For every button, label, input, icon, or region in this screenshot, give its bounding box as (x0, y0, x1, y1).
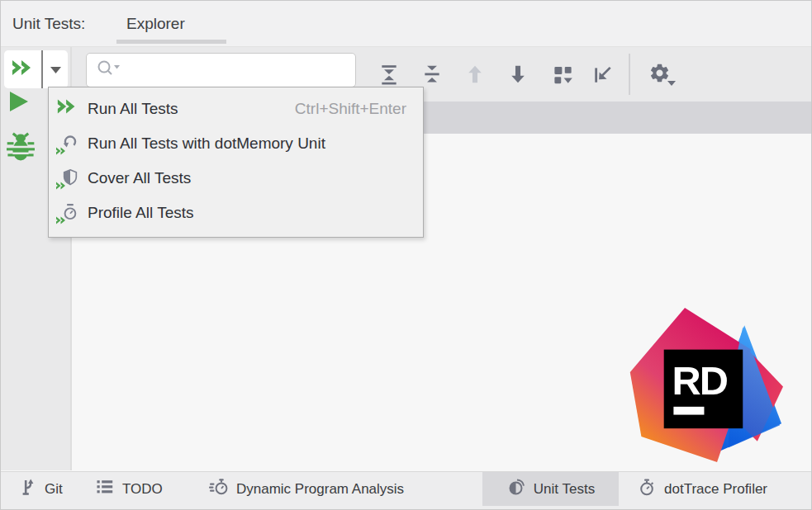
search-icon (95, 59, 121, 82)
statusbar-item-label: Dynamic Program Analysis (236, 481, 404, 498)
dotmemory-run-icon (56, 133, 79, 154)
run-options-dropdown-button[interactable] (41, 50, 68, 88)
statusbar-item-label: TODO (122, 481, 163, 498)
tab-explorer-label: Explorer (126, 15, 185, 33)
collapse-all-icon (421, 64, 443, 85)
profile-stopwatch-icon (56, 202, 79, 224)
search-box[interactable] (86, 53, 356, 87)
menu-item-run-all-tests-dotmemory[interactable]: Run All Tests with dotMemory Unit (49, 126, 423, 161)
statusbar-item-label: dotTrace Profiler (664, 481, 767, 498)
unit-tests-icon (506, 477, 526, 501)
navigate-to-lower-left-icon (592, 64, 614, 85)
menu-item-shortcut: Ctrl+Shift+Enter (295, 100, 406, 118)
statusbar-item-dynamic-program-analysis[interactable]: Dynamic Program Analysis (197, 472, 415, 506)
group-by-button[interactable] (547, 56, 578, 92)
menu-item-label: Run All Tests (88, 100, 178, 118)
menu-item-cover-all-tests[interactable]: Cover All Tests (49, 161, 423, 196)
rider-logo-text: RD (672, 358, 727, 403)
settings-button[interactable] (643, 56, 675, 92)
todo-list-icon (95, 477, 115, 501)
run-dropdown-menu: Run All Tests Ctrl+Shift+Enter Run All T… (48, 87, 424, 238)
menu-item-run-all-tests[interactable]: Run All Tests Ctrl+Shift+Enter (49, 92, 423, 126)
chevron-down-icon (50, 62, 61, 77)
previous-occurrence-button[interactable] (459, 56, 491, 92)
arrow-down-icon (507, 64, 529, 85)
gear-icon (648, 62, 671, 87)
statusbar-item-git[interactable]: Git (7, 472, 74, 506)
tab-selected-underline (116, 40, 226, 44)
dottrace-stopwatch-icon (637, 477, 657, 501)
toolbar-separator (629, 54, 630, 95)
run-all-tests-button[interactable] (4, 50, 41, 88)
git-branch-icon (19, 477, 37, 501)
unit-tests-tool-window: Unit Tests: Explorer (0, 0, 812, 510)
expand-all-icon (378, 64, 400, 85)
statusbar-item-todo[interactable]: TODO (83, 472, 174, 506)
debug-button[interactable] (7, 131, 35, 166)
menu-item-label: Cover All Tests (88, 169, 191, 187)
statusbar-item-dottrace-profiler[interactable]: dotTrace Profiler (625, 472, 779, 506)
next-occurrence-button[interactable] (502, 56, 534, 92)
statusbar-item-label: Git (45, 481, 63, 498)
dpa-stopwatch-icon (209, 477, 229, 501)
menu-item-label: Profile All Tests (88, 204, 193, 222)
cover-shield-icon (56, 168, 79, 189)
play-icon (8, 102, 30, 116)
bug-icon (7, 151, 35, 165)
menu-item-profile-all-tests[interactable]: Profile All Tests (49, 196, 423, 230)
group-by-icon (552, 64, 574, 86)
navigate-with-single-click-button[interactable] (587, 56, 619, 92)
run-all-icon (11, 59, 36, 79)
statusbar-item-unit-tests[interactable]: Unit Tests (482, 472, 619, 506)
run-button[interactable] (8, 90, 30, 116)
arrow-up-icon (464, 64, 486, 85)
search-input[interactable] (121, 61, 355, 79)
tool-window-header: Unit Tests: Explorer (1, 1, 812, 47)
page-title: Unit Tests: (12, 15, 85, 33)
rider-logo: RD (622, 305, 783, 465)
statusbar-item-label: Unit Tests (534, 481, 595, 498)
menu-item-label: Run All Tests with dotMemory Unit (88, 135, 325, 153)
run-all-icon (56, 98, 79, 120)
run-all-split-button (4, 50, 68, 88)
status-bar: Git TODO (1, 471, 812, 510)
